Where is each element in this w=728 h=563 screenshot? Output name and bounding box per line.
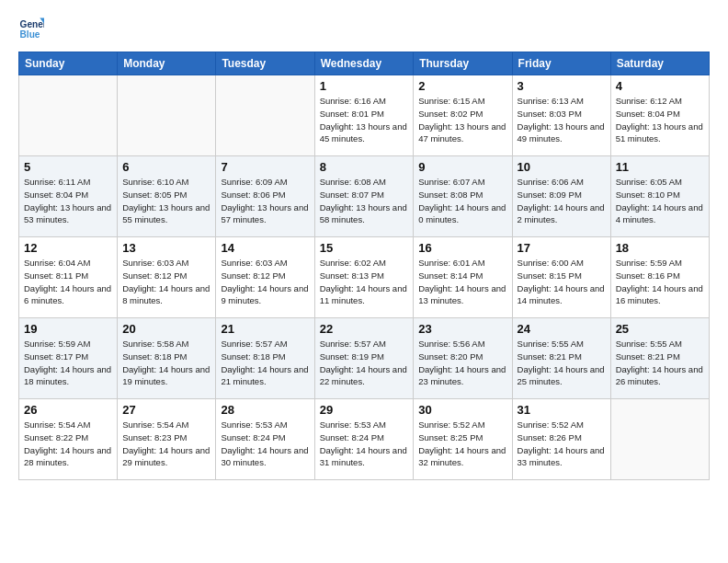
day-info: Sunrise: 6:04 AM Sunset: 8:11 PM Dayligh… (24, 257, 112, 307)
day-info: Sunrise: 6:02 AM Sunset: 8:13 PM Dayligh… (320, 257, 409, 307)
calendar-table: SundayMondayTuesdayWednesdayThursdayFrid… (18, 52, 710, 480)
weekday-header-tuesday: Tuesday (216, 52, 314, 75)
day-cell (19, 75, 118, 156)
day-cell: 30Sunrise: 5:52 AM Sunset: 8:25 PM Dayli… (414, 399, 512, 480)
day-info: Sunrise: 6:12 AM Sunset: 8:04 PM Dayligh… (616, 95, 704, 145)
page-container: General Blue SundayMondayTuesdayWednesda… (0, 0, 728, 491)
header: General Blue (18, 17, 710, 42)
day-number: 27 (122, 403, 210, 417)
day-info: Sunrise: 5:55 AM Sunset: 8:21 PM Dayligh… (518, 338, 606, 388)
day-info: Sunrise: 6:03 AM Sunset: 8:12 PM Dayligh… (221, 257, 309, 307)
day-cell: 8Sunrise: 6:08 AM Sunset: 8:07 PM Daylig… (314, 156, 414, 237)
day-cell: 10Sunrise: 6:06 AM Sunset: 8:09 PM Dayli… (512, 156, 610, 237)
week-row-5: 26Sunrise: 5:54 AM Sunset: 8:22 PM Dayli… (19, 399, 710, 480)
day-cell: 9Sunrise: 6:07 AM Sunset: 8:08 PM Daylig… (414, 156, 512, 237)
day-info: Sunrise: 5:58 AM Sunset: 8:18 PM Dayligh… (122, 338, 210, 388)
day-cell: 14Sunrise: 6:03 AM Sunset: 8:12 PM Dayli… (216, 237, 314, 318)
day-cell: 6Sunrise: 6:10 AM Sunset: 8:05 PM Daylig… (118, 156, 216, 237)
weekday-header-sunday: Sunday (19, 52, 118, 75)
day-cell: 4Sunrise: 6:12 AM Sunset: 8:04 PM Daylig… (610, 75, 709, 156)
week-row-2: 5Sunrise: 6:11 AM Sunset: 8:04 PM Daylig… (19, 156, 710, 237)
day-number: 22 (320, 322, 409, 336)
day-cell: 5Sunrise: 6:11 AM Sunset: 8:04 PM Daylig… (19, 156, 118, 237)
svg-text:Blue: Blue (20, 29, 40, 40)
day-cell: 26Sunrise: 5:54 AM Sunset: 8:22 PM Dayli… (19, 399, 118, 480)
day-number: 12 (24, 241, 112, 255)
day-info: Sunrise: 5:59 AM Sunset: 8:16 PM Dayligh… (616, 257, 704, 307)
day-info: Sunrise: 5:57 AM Sunset: 8:18 PM Dayligh… (221, 338, 309, 388)
day-number: 28 (221, 403, 309, 417)
day-number: 13 (122, 241, 210, 255)
day-number: 25 (616, 322, 704, 336)
day-number: 15 (320, 241, 409, 255)
day-info: Sunrise: 6:03 AM Sunset: 8:12 PM Dayligh… (122, 257, 210, 307)
day-number: 19 (24, 322, 112, 336)
day-cell: 12Sunrise: 6:04 AM Sunset: 8:11 PM Dayli… (19, 237, 118, 318)
week-row-1: 1Sunrise: 6:16 AM Sunset: 8:01 PM Daylig… (19, 75, 710, 156)
day-number: 11 (616, 160, 704, 174)
day-info: Sunrise: 6:15 AM Sunset: 8:02 PM Dayligh… (418, 95, 506, 145)
day-info: Sunrise: 5:55 AM Sunset: 8:21 PM Dayligh… (616, 338, 704, 388)
day-info: Sunrise: 6:11 AM Sunset: 8:04 PM Dayligh… (24, 176, 112, 226)
day-info: Sunrise: 6:13 AM Sunset: 8:03 PM Dayligh… (518, 95, 606, 145)
day-number: 16 (418, 241, 506, 255)
day-number: 3 (518, 79, 606, 93)
day-number: 31 (518, 403, 606, 417)
weekday-header-saturday: Saturday (610, 52, 709, 75)
weekday-header-friday: Friday (512, 52, 610, 75)
logo-icon: General Blue (18, 17, 44, 42)
day-cell (118, 75, 216, 156)
day-cell: 20Sunrise: 5:58 AM Sunset: 8:18 PM Dayli… (118, 318, 216, 399)
day-cell: 23Sunrise: 5:56 AM Sunset: 8:20 PM Dayli… (414, 318, 512, 399)
day-cell: 31Sunrise: 5:52 AM Sunset: 8:26 PM Dayli… (512, 399, 610, 480)
week-row-4: 19Sunrise: 5:59 AM Sunset: 8:17 PM Dayli… (19, 318, 710, 399)
day-cell: 13Sunrise: 6:03 AM Sunset: 8:12 PM Dayli… (118, 237, 216, 318)
day-cell: 1Sunrise: 6:16 AM Sunset: 8:01 PM Daylig… (314, 75, 414, 156)
weekday-header-thursday: Thursday (414, 52, 512, 75)
day-cell: 29Sunrise: 5:53 AM Sunset: 8:24 PM Dayli… (314, 399, 414, 480)
day-cell (610, 399, 709, 480)
day-info: Sunrise: 6:00 AM Sunset: 8:15 PM Dayligh… (518, 257, 606, 307)
day-number: 20 (122, 322, 210, 336)
day-cell: 22Sunrise: 5:57 AM Sunset: 8:19 PM Dayli… (314, 318, 414, 399)
day-cell: 17Sunrise: 6:00 AM Sunset: 8:15 PM Dayli… (512, 237, 610, 318)
day-info: Sunrise: 6:07 AM Sunset: 8:08 PM Dayligh… (418, 176, 506, 226)
day-cell: 19Sunrise: 5:59 AM Sunset: 8:17 PM Dayli… (19, 318, 118, 399)
day-number: 2 (418, 79, 506, 93)
day-cell: 3Sunrise: 6:13 AM Sunset: 8:03 PM Daylig… (512, 75, 610, 156)
day-number: 17 (518, 241, 606, 255)
day-cell: 18Sunrise: 5:59 AM Sunset: 8:16 PM Dayli… (610, 237, 709, 318)
day-cell: 21Sunrise: 5:57 AM Sunset: 8:18 PM Dayli… (216, 318, 314, 399)
day-info: Sunrise: 5:52 AM Sunset: 8:26 PM Dayligh… (518, 419, 606, 469)
day-info: Sunrise: 6:06 AM Sunset: 8:09 PM Dayligh… (518, 176, 606, 226)
day-info: Sunrise: 6:16 AM Sunset: 8:01 PM Dayligh… (320, 95, 409, 145)
weekday-header-wednesday: Wednesday (314, 52, 414, 75)
day-number: 1 (320, 79, 409, 93)
day-info: Sunrise: 5:53 AM Sunset: 8:24 PM Dayligh… (320, 419, 409, 469)
day-info: Sunrise: 6:10 AM Sunset: 8:05 PM Dayligh… (122, 176, 210, 226)
day-cell: 16Sunrise: 6:01 AM Sunset: 8:14 PM Dayli… (414, 237, 512, 318)
day-cell: 28Sunrise: 5:53 AM Sunset: 8:24 PM Dayli… (216, 399, 314, 480)
day-number: 5 (24, 160, 112, 174)
day-cell: 24Sunrise: 5:55 AM Sunset: 8:21 PM Dayli… (512, 318, 610, 399)
day-number: 10 (518, 160, 606, 174)
day-number: 7 (221, 160, 309, 174)
day-info: Sunrise: 6:09 AM Sunset: 8:06 PM Dayligh… (221, 176, 309, 226)
day-info: Sunrise: 6:08 AM Sunset: 8:07 PM Dayligh… (320, 176, 409, 226)
day-info: Sunrise: 5:56 AM Sunset: 8:20 PM Dayligh… (418, 338, 506, 388)
day-info: Sunrise: 5:53 AM Sunset: 8:24 PM Dayligh… (221, 419, 309, 469)
day-number: 24 (518, 322, 606, 336)
day-number: 18 (616, 241, 704, 255)
weekday-header-row: SundayMondayTuesdayWednesdayThursdayFrid… (19, 52, 710, 75)
day-number: 29 (320, 403, 409, 417)
day-number: 9 (418, 160, 506, 174)
day-number: 8 (320, 160, 409, 174)
day-number: 6 (122, 160, 210, 174)
day-info: Sunrise: 6:05 AM Sunset: 8:10 PM Dayligh… (616, 176, 704, 226)
day-info: Sunrise: 5:54 AM Sunset: 8:23 PM Dayligh… (122, 419, 210, 469)
day-number: 21 (221, 322, 309, 336)
day-number: 14 (221, 241, 309, 255)
logo: General Blue (18, 17, 44, 42)
day-info: Sunrise: 5:57 AM Sunset: 8:19 PM Dayligh… (320, 338, 409, 388)
day-number: 4 (616, 79, 704, 93)
